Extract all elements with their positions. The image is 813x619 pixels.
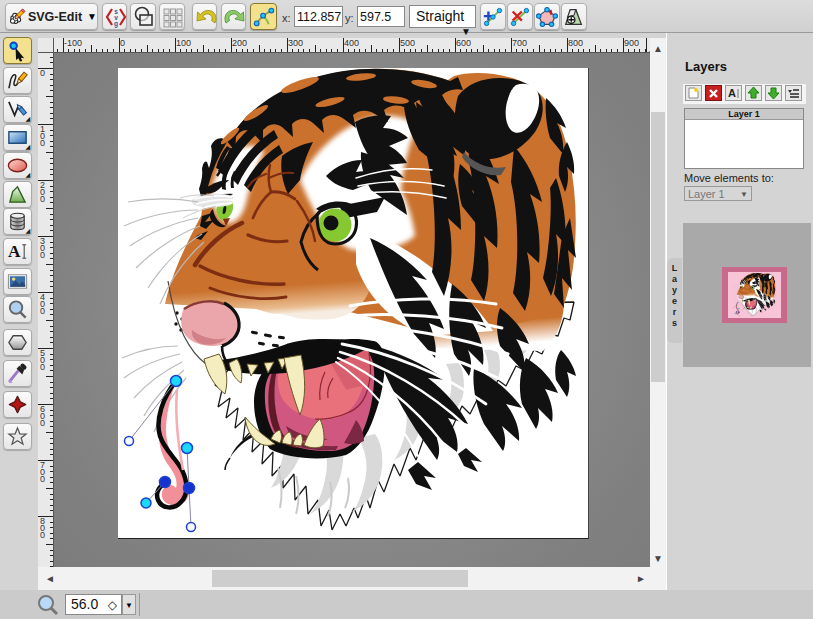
svg-text:g: g (114, 20, 118, 28)
svg-text:A: A (8, 243, 21, 262)
svg-text:A: A (728, 87, 736, 99)
